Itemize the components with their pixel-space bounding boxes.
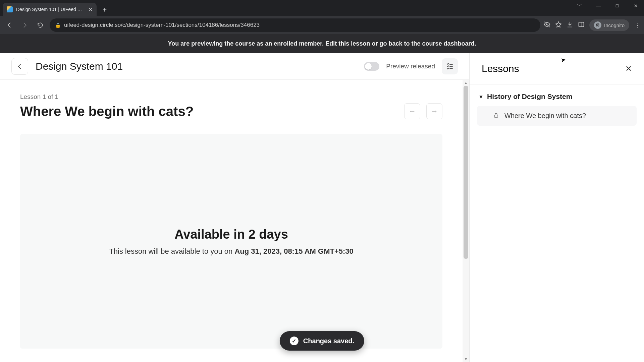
tab-title: Design System 101 | UIFeed Desi — [16, 7, 85, 12]
lock-icon: 🔒 — [55, 22, 61, 28]
reload-button[interactable] — [34, 19, 46, 31]
lock-icon — [493, 112, 499, 120]
svg-point-1 — [596, 25, 598, 26]
scrollbar[interactable]: ▲ ▼ — [463, 80, 469, 362]
minimize-icon[interactable]: ― — [593, 3, 604, 8]
arrow-left-icon — [6, 22, 13, 28]
banner-prefix: You are previewing the course as an enro… — [168, 40, 326, 47]
arrow-right-icon — [21, 22, 28, 28]
edit-lesson-link[interactable]: Edit this lesson — [325, 40, 370, 47]
prev-lesson-button[interactable]: ← — [404, 103, 420, 119]
lessons-panel-button[interactable] — [442, 58, 458, 74]
back-to-dashboard-link[interactable]: back to the course dashboard. — [388, 40, 476, 47]
next-lesson-button[interactable]: → — [426, 103, 442, 119]
tab-strip: Design System 101 | UIFeed Desi ✕ ＋ ﹀ ― … — [0, 0, 644, 16]
toggle-label: Preview released — [386, 63, 435, 70]
svg-point-2 — [598, 25, 599, 26]
locked-prefix: This lesson will be available to you on — [109, 247, 234, 255]
lesson-title-row: Where We begin with cats? ← → — [20, 103, 442, 119]
lesson-meta: Lesson 1 of 1 — [20, 93, 442, 101]
locked-lesson-card: Available in 2 days This lesson will be … — [20, 134, 442, 349]
new-tab-button[interactable]: ＋ — [99, 4, 110, 15]
toolbar-right: Incognito ⋮ — [544, 19, 641, 31]
svg-rect-3 — [494, 115, 498, 117]
scroll-up-icon[interactable]: ▲ — [464, 80, 468, 86]
reload-icon — [37, 22, 44, 28]
incognito-badge[interactable]: Incognito — [589, 19, 629, 31]
lesson-content: Lesson 1 of 1 Where We begin with cats? … — [0, 80, 463, 362]
download-icon[interactable] — [567, 21, 573, 29]
toast-text: Changes saved. — [303, 337, 354, 345]
main-column: Design System 101 Preview released Lesso… — [0, 53, 470, 362]
course-title: Design System 101 — [36, 61, 123, 72]
app-body: Design System 101 Preview released Lesso… — [0, 53, 644, 362]
browser-toolbar: 🔒 uifeed-design.circle.so/c/design-syste… — [0, 16, 644, 34]
preview-released-toggle[interactable] — [364, 62, 379, 71]
section-title: History of Design System — [487, 93, 572, 101]
scroll-thumb[interactable] — [464, 86, 468, 259]
scroll-down-icon[interactable]: ▼ — [464, 356, 468, 362]
lesson-title: Where We begin with cats? — [20, 104, 194, 119]
header-right: Preview released — [364, 58, 458, 74]
chevron-left-icon — [16, 63, 23, 70]
incognito-icon — [594, 21, 601, 29]
nav-forward-button[interactable] — [19, 19, 31, 31]
browser-chrome: Design System 101 | UIFeed Desi ✕ ＋ ﹀ ― … — [0, 0, 644, 34]
sidepanel-close-button[interactable]: ✕ — [625, 64, 632, 73]
star-icon[interactable] — [555, 21, 562, 29]
locked-datetime: Aug 31, 2023, 08:15 AM GMT+5:30 — [234, 247, 353, 255]
svg-rect-0 — [579, 22, 584, 26]
window-controls: ﹀ ― □ ✕ — [574, 3, 641, 9]
nav-back-button[interactable] — [3, 19, 15, 31]
toast-notification: ✓ Changes saved. — [280, 331, 364, 351]
course-back-button[interactable] — [11, 58, 28, 75]
section-row[interactable]: ▾ History of Design System — [470, 84, 644, 103]
main-header: Design System 101 Preview released — [0, 53, 469, 80]
maximize-icon[interactable]: □ — [612, 3, 623, 8]
list-check-icon — [446, 62, 454, 70]
banner-middle: or go — [372, 40, 388, 47]
locked-heading: Available in 2 days — [174, 227, 288, 242]
lessons-sidepanel: Lessons ✕ ▾ History of Design System Whe… — [470, 53, 644, 362]
close-tab-icon[interactable]: ✕ — [88, 6, 93, 13]
scroll-wrap: Lesson 1 of 1 Where We begin with cats? … — [0, 80, 469, 362]
incognito-label: Incognito — [604, 22, 625, 28]
sidepanel-title: Lessons — [482, 63, 519, 74]
sidepanel-header: Lessons ✕ — [470, 53, 644, 84]
chevron-down-icon[interactable]: ﹀ — [574, 3, 585, 9]
panel-icon[interactable] — [578, 21, 585, 29]
preview-banner: You are previewing the course as an enro… — [0, 34, 644, 53]
browser-tab[interactable]: Design System 101 | UIFeed Desi ✕ — [3, 3, 97, 16]
url-text: uifeed-design.circle.so/c/design-system-… — [64, 22, 260, 28]
scroll-track[interactable] — [463, 86, 469, 356]
lesson-list-item[interactable]: Where We begin with cats? — [477, 106, 637, 126]
lesson-item-label: Where We begin with cats? — [504, 112, 586, 120]
locked-description: This lesson will be available to you on … — [109, 247, 354, 256]
menu-icon[interactable]: ⋮ — [634, 21, 641, 29]
close-window-icon[interactable]: ✕ — [631, 3, 641, 8]
toggle-knob — [365, 63, 372, 70]
lesson-nav: ← → — [404, 103, 442, 119]
chevron-down-icon: ▾ — [480, 94, 482, 100]
favicon-icon — [7, 6, 13, 12]
check-circle-icon: ✓ — [290, 337, 299, 345]
address-bar[interactable]: 🔒 uifeed-design.circle.so/c/design-syste… — [50, 18, 540, 32]
eye-off-icon[interactable] — [544, 21, 550, 29]
